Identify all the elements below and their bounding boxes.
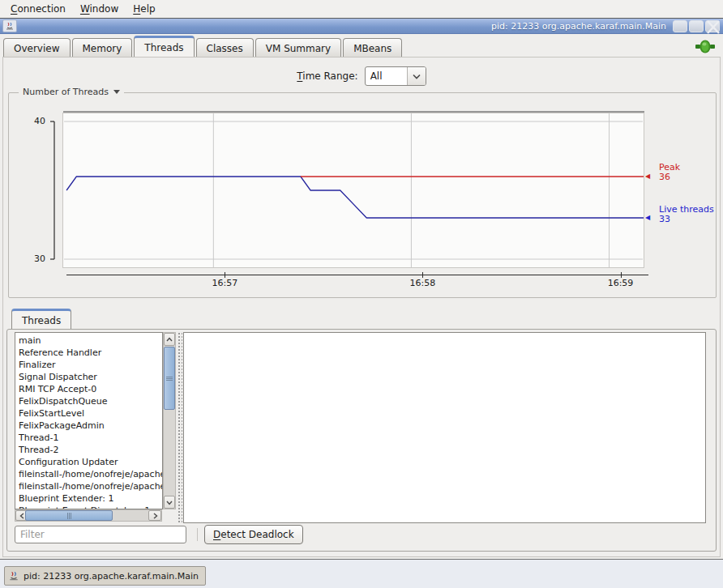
vertical-scroll-thumb[interactable] [164,347,175,410]
time-range-row: Time Range: All [0,66,723,86]
thread-list-item[interactable]: Thread-2 [19,444,162,456]
thread-list[interactable]: mainReference HandlerFinalizerSignal Dis… [15,332,163,509]
frame-task-button[interactable]: pid: 21233 org.apache.karaf.main.Main [4,566,206,586]
time-range-value: All [366,67,407,85]
thread-list-item[interactable]: Configuration Updater [19,456,162,468]
menu-window[interactable]: Window [73,2,126,16]
java-cup-icon [8,570,19,582]
main-tab-bar: Overview Memory Threads Classes VM Summa… [3,36,404,58]
frame-menu-button[interactable] [2,19,17,32]
y-tick-label: 40 [28,116,45,126]
chevron-down-icon [166,500,173,505]
x-tick [225,272,225,278]
detect-deadlock-button[interactable]: Detect Deadlock [204,525,303,544]
live-threads-marker-icon: ◀ [645,214,650,221]
thread-list-item[interactable]: Finalizer [19,359,162,371]
menu-connection[interactable]: Connection [3,2,73,16]
series-live-threads [66,177,644,218]
y-tick-label: 30 [28,254,45,264]
x-axis: 16:5716:5816:59 [63,272,648,290]
scroll-right-button[interactable] [148,510,161,521]
filter-input[interactable] [15,526,186,543]
thread-info-panel [183,332,706,523]
peak-marker-icon: ◀ [645,173,650,180]
x-tick-label: 16:57 [212,278,237,288]
x-tick [621,272,622,278]
y-axis [49,113,60,267]
thread-chart [63,113,644,267]
tab-classes[interactable]: Classes [196,38,254,58]
thread-list-item[interactable]: FelixDispatchQueue [19,395,162,407]
sub-tab-threads[interactable]: Threads [11,309,71,330]
time-range-select[interactable]: All [365,66,426,86]
thread-list-item[interactable]: Thread-1 [19,432,162,444]
chart-menu-button[interactable]: Number of Threads [19,87,124,97]
menu-bar: Connection Window Help [0,0,723,18]
java-cup-icon [5,21,15,31]
tab-threads[interactable]: Threads [134,36,194,58]
x-tick-label: 16:58 [410,278,436,288]
horizontal-scroll-thumb[interactable] [25,510,113,521]
chevron-left-icon [19,513,25,519]
close-button[interactable] [705,20,720,32]
x-tick [422,272,423,278]
live-threads-annotation: Live threads 33 [659,205,714,224]
chart-title: Number of Threads [23,87,109,97]
thread-list-item[interactable]: Reference Handler [19,347,162,359]
window-controls [673,20,720,32]
thread-list-item[interactable]: Signal Dispatcher [19,371,162,383]
thread-list-item[interactable]: FelixStartLevel [19,407,162,420]
thread-list-item[interactable]: fileinstall-/home/onofreje/apache-kar [19,480,162,492]
chevron-down-icon [413,74,421,79]
thread-list-item[interactable]: Blueprint Extender: 1 [19,492,162,505]
connection-status-icon [695,40,715,53]
thread-list-horizontal-scrollbar[interactable] [15,509,162,522]
thread-list-item[interactable]: RMI TCP Accept-0 [19,383,162,395]
tab-vm-summary[interactable]: VM Summary [255,38,341,58]
tab-mbeans[interactable]: MBeans [343,38,402,58]
tab-overview[interactable]: Overview [3,38,71,58]
combo-dropdown-button[interactable] [407,67,426,85]
frame-title-bar: pid: 21233 org.apache.karaf.main.Main [0,18,723,34]
peak-annotation: Peak 36 [659,163,680,182]
x-axis-line [66,275,648,275]
split-pane-divider[interactable] [178,332,182,523]
chevron-down-icon [113,90,120,94]
menu-help[interactable]: Help [126,2,162,16]
minimize-button[interactable] [673,20,687,32]
tab-memory[interactable]: Memory [72,38,133,58]
live-threads-value: 33 [659,215,714,224]
frame-title: pid: 21233 org.apache.karaf.main.Main [0,21,666,32]
peak-value: 36 [659,173,680,182]
scroll-down-button[interactable] [164,496,175,509]
close-icon [704,19,722,35]
maximize-button[interactable] [689,20,704,32]
time-range-label: Time Range: [297,70,357,82]
chevron-right-icon [152,513,158,519]
chart-canvas [63,113,644,267]
chevron-up-icon [166,337,173,343]
status-bar: pid: 21233 org.apache.karaf.main.Main [0,559,723,588]
jconsole-window: Connection Window Help pid: 21233 org.ap… [0,0,723,588]
thread-list-vertical-scrollbar[interactable] [163,332,176,509]
thread-list-item[interactable]: main [19,334,162,347]
scroll-up-button[interactable] [164,333,175,346]
toolbar-separator [197,528,198,541]
thread-list-item[interactable]: FelixPackageAdmin [19,420,162,432]
task-button-label: pid: 21233 org.apache.karaf.main.Main [24,571,199,582]
x-tick-label: 16:59 [608,278,634,288]
thread-list-item[interactable]: fileinstall-/home/onofreje/apache-kar [19,468,162,480]
